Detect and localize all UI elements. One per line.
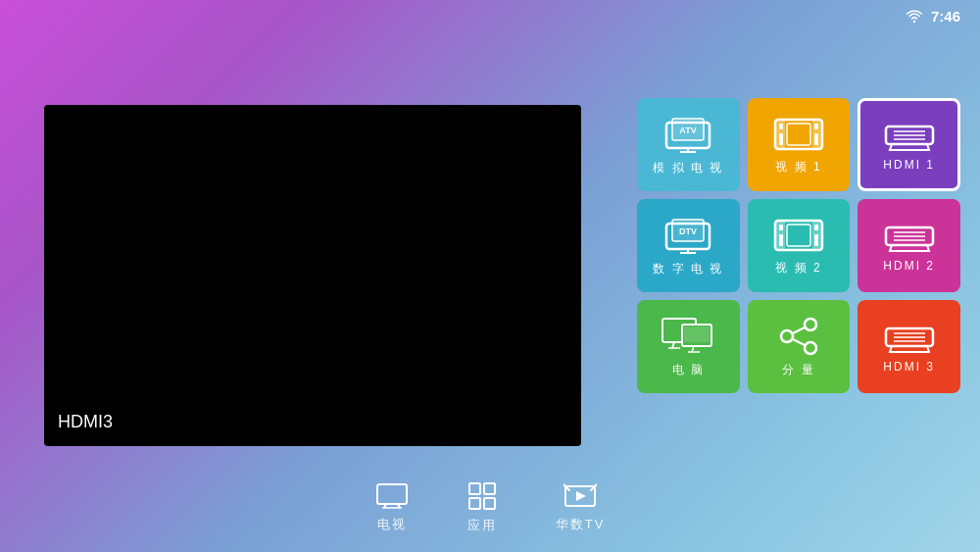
svg-text:DTV: DTV bbox=[679, 226, 697, 236]
wifi-icon bbox=[906, 10, 923, 24]
apps-icon bbox=[467, 481, 497, 511]
svg-rect-14 bbox=[814, 133, 818, 139]
pc-label: 电 脑 bbox=[672, 362, 705, 378]
source-hdmi1[interactable]: HDMI 1 bbox=[858, 98, 960, 191]
svg-line-51 bbox=[793, 327, 805, 333]
source-share[interactable]: 分 量 bbox=[748, 300, 851, 393]
svg-point-48 bbox=[805, 319, 816, 330]
atv-label: 模 拟 电 视 bbox=[653, 160, 723, 176]
video2-icon bbox=[773, 217, 824, 254]
hdmi1-icon bbox=[882, 121, 937, 152]
svg-rect-12 bbox=[779, 139, 783, 145]
dtv-label: 数 字 电 视 bbox=[653, 261, 723, 277]
svg-rect-57 bbox=[377, 484, 407, 504]
svg-rect-35 bbox=[814, 240, 818, 246]
source-dtv[interactable]: DTV 数 字 电 视 bbox=[637, 199, 740, 292]
source-hdmi3[interactable]: HDMI 3 bbox=[858, 300, 960, 393]
video1-label: 视 频 1 bbox=[775, 159, 821, 176]
hdmi1-label: HDMI 1 bbox=[883, 158, 935, 172]
source-grid: ATV 模 拟 电 视 视 频 1 bbox=[637, 98, 960, 393]
svg-rect-63 bbox=[469, 498, 480, 509]
bottom-nav: 电视 应用 华数TV bbox=[0, 464, 980, 552]
status-bar: 7:46 bbox=[906, 8, 960, 25]
pc-icon bbox=[661, 317, 715, 356]
source-video1[interactable]: 视 频 1 bbox=[748, 98, 851, 191]
preview-label: HDMI3 bbox=[58, 412, 113, 432]
preview-panel: HDMI3 bbox=[44, 105, 581, 446]
svg-rect-45 bbox=[684, 326, 710, 342]
svg-rect-15 bbox=[814, 139, 818, 145]
svg-rect-32 bbox=[779, 240, 783, 246]
svg-rect-34 bbox=[814, 234, 818, 240]
nav-item-huashu[interactable]: 华数TV bbox=[556, 482, 606, 533]
svg-rect-36 bbox=[787, 225, 810, 246]
svg-rect-31 bbox=[779, 234, 783, 240]
apps-nav-label: 应用 bbox=[467, 517, 497, 534]
svg-marker-66 bbox=[576, 491, 586, 501]
source-video2[interactable]: 视 频 2 bbox=[748, 199, 851, 292]
svg-text:ATV: ATV bbox=[680, 125, 697, 135]
svg-point-50 bbox=[805, 342, 816, 354]
video2-label: 视 频 2 bbox=[775, 260, 821, 276]
svg-point-0 bbox=[913, 20, 915, 22]
hdmi3-label: HDMI 3 bbox=[883, 360, 935, 374]
huashu-nav-label: 华数TV bbox=[556, 516, 606, 533]
share-icon bbox=[773, 317, 824, 356]
svg-rect-30 bbox=[779, 225, 783, 230]
tv-icon bbox=[375, 482, 409, 510]
svg-rect-64 bbox=[484, 498, 495, 509]
nav-item-tv[interactable]: 电视 bbox=[375, 482, 409, 533]
nav-item-apps[interactable]: 应用 bbox=[467, 481, 497, 534]
svg-rect-11 bbox=[779, 133, 783, 139]
svg-point-49 bbox=[781, 330, 793, 342]
source-pc[interactable]: 电 脑 bbox=[637, 300, 740, 393]
svg-line-52 bbox=[793, 339, 805, 345]
svg-rect-61 bbox=[469, 483, 480, 494]
dtv-icon: DTV bbox=[662, 216, 713, 255]
svg-rect-16 bbox=[787, 124, 810, 145]
source-atv[interactable]: ATV 模 拟 电 视 bbox=[637, 98, 740, 191]
svg-rect-10 bbox=[779, 124, 783, 129]
hdmi2-label: HDMI 2 bbox=[883, 259, 935, 273]
video1-icon bbox=[773, 116, 824, 153]
share-label: 分 量 bbox=[782, 362, 814, 378]
tv-nav-label: 电视 bbox=[377, 516, 407, 533]
atv-icon: ATV bbox=[662, 115, 713, 154]
hdmi3-icon bbox=[882, 323, 937, 354]
svg-rect-62 bbox=[484, 483, 495, 494]
hdmi2-icon bbox=[882, 222, 937, 253]
svg-rect-13 bbox=[814, 124, 818, 129]
source-hdmi2[interactable]: HDMI 2 bbox=[858, 199, 960, 292]
svg-rect-33 bbox=[814, 225, 818, 230]
clock: 7:46 bbox=[931, 8, 960, 25]
huashu-icon bbox=[564, 482, 597, 510]
